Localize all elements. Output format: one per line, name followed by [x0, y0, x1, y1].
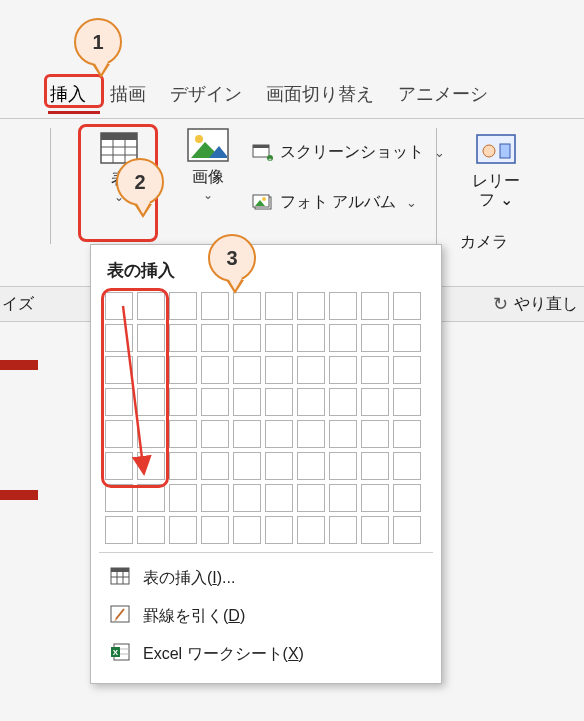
grid-cell[interactable]	[297, 292, 325, 320]
menu-insert-table[interactable]: 表の挿入(I)...	[105, 559, 427, 597]
grid-cell[interactable]	[105, 516, 133, 544]
grid-cell[interactable]	[105, 292, 133, 320]
grid-cell[interactable]	[393, 324, 421, 352]
grid-cell[interactable]	[361, 452, 389, 480]
grid-cell[interactable]	[233, 516, 261, 544]
grid-cell[interactable]	[361, 356, 389, 384]
grid-cell[interactable]	[265, 484, 293, 512]
grid-cell[interactable]	[105, 484, 133, 512]
grid-cell[interactable]	[201, 484, 229, 512]
svg-text:X: X	[113, 648, 119, 657]
grid-cell[interactable]	[105, 388, 133, 416]
grid-cell[interactable]	[201, 452, 229, 480]
grid-cell[interactable]	[329, 484, 357, 512]
grid-cell[interactable]	[393, 452, 421, 480]
grid-cell[interactable]	[265, 324, 293, 352]
grid-cell[interactable]	[329, 388, 357, 416]
grid-cell[interactable]	[137, 292, 165, 320]
grid-cell[interactable]	[233, 484, 261, 512]
grid-cell[interactable]	[393, 484, 421, 512]
grid-cell[interactable]	[265, 388, 293, 416]
tab-design[interactable]: デザイン	[166, 80, 246, 108]
grid-cell[interactable]	[361, 484, 389, 512]
tab-transition[interactable]: 画面切り替え	[262, 80, 378, 108]
tab-draw[interactable]: 描画	[106, 80, 150, 108]
grid-cell[interactable]	[297, 356, 325, 384]
grid-cell[interactable]	[201, 292, 229, 320]
grid-cell[interactable]	[361, 292, 389, 320]
grid-cell[interactable]	[233, 292, 261, 320]
grid-cell[interactable]	[329, 516, 357, 544]
grid-cell[interactable]	[105, 420, 133, 448]
grid-cell[interactable]	[169, 516, 197, 544]
grid-cell[interactable]	[393, 420, 421, 448]
grid-cell[interactable]	[201, 388, 229, 416]
grid-cell[interactable]	[105, 324, 133, 352]
redo-button[interactable]: ↻ やり直し	[493, 293, 578, 315]
grid-cell[interactable]	[169, 388, 197, 416]
grid-cell[interactable]	[265, 516, 293, 544]
grid-cell[interactable]	[105, 356, 133, 384]
grid-cell[interactable]	[233, 324, 261, 352]
grid-cell[interactable]	[137, 324, 165, 352]
grid-cell[interactable]	[393, 356, 421, 384]
grid-cell[interactable]	[265, 420, 293, 448]
grid-cell[interactable]	[169, 356, 197, 384]
grid-cell[interactable]	[169, 324, 197, 352]
grid-cell[interactable]	[265, 452, 293, 480]
grid-cell[interactable]	[329, 356, 357, 384]
grid-cell[interactable]	[265, 292, 293, 320]
grid-cell[interactable]	[233, 356, 261, 384]
grid-cell[interactable]	[297, 516, 325, 544]
grid-cell[interactable]	[137, 452, 165, 480]
grid-cell[interactable]	[361, 420, 389, 448]
grid-cell[interactable]	[361, 324, 389, 352]
screenshot-label: スクリーンショット	[280, 142, 424, 163]
photo-album-button[interactable]: フォト アルバム ⌄	[252, 192, 417, 213]
menu-excel-sheet[interactable]: X Excel ワークシート(X)	[105, 635, 427, 673]
grid-cell[interactable]	[233, 420, 261, 448]
image-dropdown-button[interactable]: 画像 ⌄	[176, 128, 240, 202]
table-size-grid[interactable]	[105, 292, 427, 544]
table-small-icon	[109, 567, 131, 589]
tab-insert[interactable]: 挿入	[46, 80, 90, 108]
grid-cell[interactable]	[169, 484, 197, 512]
screenshot-button[interactable]: + スクリーンショット ⌄	[252, 142, 445, 163]
grid-cell[interactable]	[169, 452, 197, 480]
grid-cell[interactable]	[201, 420, 229, 448]
grid-cell[interactable]	[297, 484, 325, 512]
grid-cell[interactable]	[169, 420, 197, 448]
grid-cell[interactable]	[233, 452, 261, 480]
grid-cell[interactable]	[233, 388, 261, 416]
grid-cell[interactable]	[361, 388, 389, 416]
grid-cell[interactable]	[297, 324, 325, 352]
grid-cell[interactable]	[329, 324, 357, 352]
grid-cell[interactable]	[201, 356, 229, 384]
grid-cell[interactable]	[137, 356, 165, 384]
grid-cell[interactable]	[201, 324, 229, 352]
menu-draw-table[interactable]: 罫線を引く(D)	[105, 597, 427, 635]
grid-cell[interactable]	[393, 516, 421, 544]
grid-cell[interactable]	[329, 420, 357, 448]
grid-cell[interactable]	[137, 388, 165, 416]
grid-cell[interactable]	[329, 292, 357, 320]
screenshot-icon: +	[252, 144, 274, 162]
grid-cell[interactable]	[169, 292, 197, 320]
grid-cell[interactable]	[105, 452, 133, 480]
grid-cell[interactable]	[137, 420, 165, 448]
grid-cell[interactable]	[361, 516, 389, 544]
grid-cell[interactable]	[329, 452, 357, 480]
camera-label[interactable]: カメラ	[460, 232, 508, 253]
grid-cell[interactable]	[297, 388, 325, 416]
grid-cell[interactable]	[393, 292, 421, 320]
relief-button[interactable]: レリー フ ⌄	[456, 134, 536, 209]
chevron-down-icon: ⌄	[500, 191, 513, 208]
tab-animation[interactable]: アニメーシ	[394, 80, 492, 108]
grid-cell[interactable]	[297, 420, 325, 448]
grid-cell[interactable]	[137, 484, 165, 512]
grid-cell[interactable]	[201, 516, 229, 544]
grid-cell[interactable]	[297, 452, 325, 480]
grid-cell[interactable]	[393, 388, 421, 416]
grid-cell[interactable]	[137, 516, 165, 544]
grid-cell[interactable]	[265, 356, 293, 384]
